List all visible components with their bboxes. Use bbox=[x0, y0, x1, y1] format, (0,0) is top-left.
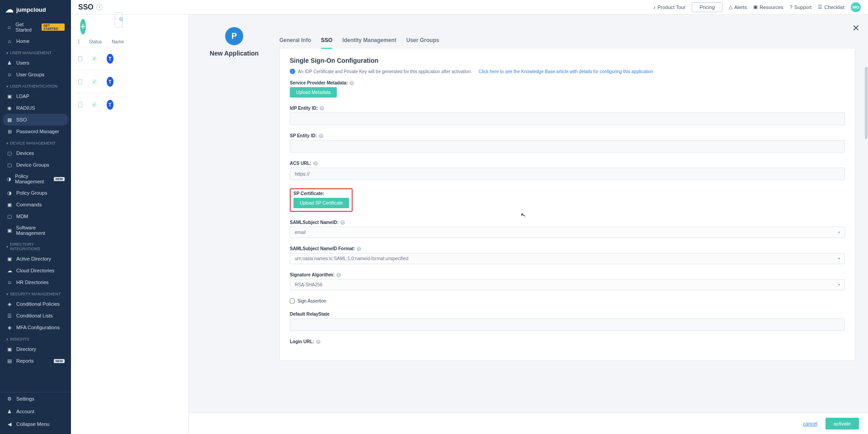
info-message: i An IDP Certificate and Private Key wil… bbox=[290, 69, 845, 74]
signature-algorithm-select[interactable]: RSA-SHA256 bbox=[290, 279, 845, 290]
nav-collapse-menu[interactable]: ◀Collapse Menu bbox=[0, 418, 71, 430]
nav-sso[interactable]: ▦SSO bbox=[3, 114, 68, 126]
section-user-management[interactable]: USER MANAGEMENT bbox=[0, 47, 71, 57]
sso-icon: ▦ bbox=[6, 117, 13, 123]
row-checkbox[interactable] bbox=[78, 102, 82, 107]
info-icon[interactable]: i bbox=[96, 4, 103, 10]
help-icon[interactable]: ? bbox=[316, 340, 321, 344]
relaystate-input[interactable] bbox=[290, 318, 845, 331]
label-sp-metadata: Service Provider Metadata:? bbox=[290, 80, 845, 85]
scrollbar[interactable] bbox=[865, 67, 868, 139]
nav-devices[interactable]: ▢Devices bbox=[0, 147, 71, 159]
ad-icon: ▣ bbox=[6, 256, 13, 262]
label-nameid-format: SAMLSubject NameID Format:? bbox=[290, 246, 845, 251]
checklist-link[interactable]: ☰Checklist bbox=[818, 4, 844, 10]
sign-assertion-checkbox[interactable]: Sign Assertion bbox=[290, 299, 845, 303]
help-icon[interactable]: ? bbox=[319, 134, 323, 138]
help-icon[interactable]: ? bbox=[349, 81, 354, 85]
nav-cloud-directories[interactable]: ☁Cloud Directories bbox=[0, 265, 71, 276]
badge-new-reports: NEW bbox=[54, 359, 65, 363]
nav-mfa-configurations[interactable]: ◈MFA Configurations bbox=[0, 322, 71, 333]
device-group-icon: ▢ bbox=[6, 162, 13, 168]
list-row[interactable]: ✓ T bbox=[75, 47, 116, 70]
ldap-icon: ▣ bbox=[6, 93, 13, 99]
brand-logo[interactable]: ☁ jumpcloud bbox=[0, 0, 71, 19]
key-icon: ⊞ bbox=[6, 128, 13, 135]
section-insights[interactable]: INSIGHTS bbox=[0, 333, 71, 343]
nav-conditional-lists[interactable]: ☰Conditional Lists bbox=[0, 310, 71, 322]
nav-reports[interactable]: ▤ReportsNEW bbox=[0, 355, 71, 367]
cancel-link[interactable]: cancel bbox=[803, 421, 817, 426]
terminal-icon: ▣ bbox=[6, 201, 13, 208]
help-icon[interactable]: ? bbox=[313, 161, 318, 166]
page-title: SSO i bbox=[78, 3, 103, 11]
activate-button[interactable]: activate bbox=[826, 418, 859, 429]
nav-commands[interactable]: ▣Commands bbox=[0, 199, 71, 210]
bell-icon: ♪ bbox=[653, 5, 656, 10]
nav-home[interactable]: ⌂Home bbox=[0, 35, 71, 47]
product-tour-link[interactable]: ♪Product Tour bbox=[653, 5, 686, 10]
nav-account[interactable]: ♟Account bbox=[0, 405, 71, 418]
help-icon[interactable]: ? bbox=[320, 106, 324, 111]
close-panel-button[interactable]: ✕ bbox=[852, 23, 860, 33]
idp-entity-id-input[interactable] bbox=[290, 112, 845, 125]
pricing-button[interactable]: Pricing bbox=[692, 2, 722, 12]
nav-users[interactable]: ♟Users bbox=[0, 57, 71, 69]
alerts-link[interactable]: △Alerts bbox=[729, 4, 747, 10]
nav-active-directory[interactable]: ▣Active Directory bbox=[0, 253, 71, 265]
search-input[interactable]: 🔍JC S bbox=[115, 12, 123, 28]
tab-sso[interactable]: SSO bbox=[321, 33, 332, 49]
sign-assertion-input[interactable] bbox=[290, 299, 295, 303]
nav-software-management[interactable]: ▣Software Management bbox=[0, 222, 71, 238]
row-checkbox[interactable] bbox=[78, 79, 82, 84]
nav-radius[interactable]: ◉RADIUS bbox=[0, 102, 71, 114]
nav-settings[interactable]: ⚙Settings bbox=[0, 392, 71, 405]
status-active-icon: ✓ bbox=[92, 79, 97, 85]
help-icon[interactable]: ? bbox=[340, 220, 345, 225]
upload-sp-certificate-button[interactable]: Upload SP Certificate bbox=[293, 198, 349, 208]
col-name: Name bbox=[112, 39, 124, 44]
select-all-checkbox[interactable] bbox=[78, 39, 79, 44]
dir-icon: ▣ bbox=[6, 346, 13, 352]
resources-link[interactable]: ▣Resources bbox=[753, 4, 783, 10]
nav-mdm[interactable]: ▢MDM bbox=[0, 210, 71, 222]
nav-ldap[interactable]: ▣LDAP bbox=[0, 90, 71, 102]
list-row[interactable]: ✓ T bbox=[75, 70, 116, 93]
nav-get-started[interactable]: ⌂Get StartedGET STARTED bbox=[0, 19, 71, 35]
tab-general-info[interactable]: General Info bbox=[279, 33, 311, 49]
tab-identity-management[interactable]: Identity Management bbox=[342, 33, 396, 49]
panel-footer: cancel activate bbox=[189, 413, 868, 434]
sp-entity-id-input[interactable] bbox=[290, 140, 845, 153]
add-app-button[interactable]: + bbox=[80, 19, 86, 34]
upload-metadata-button[interactable]: Upload Metadata bbox=[290, 87, 337, 98]
nav-conditional-policies[interactable]: ◈Conditional Policies bbox=[0, 298, 71, 310]
acs-url-input[interactable] bbox=[290, 168, 845, 180]
kb-article-link[interactable]: Click here to see the Knowledge Base art… bbox=[479, 69, 653, 74]
help-icon[interactable]: ? bbox=[357, 247, 361, 251]
mfa-icon: ◈ bbox=[6, 324, 13, 331]
nav-policy-management[interactable]: ◑Policy ManagementNEW bbox=[0, 171, 71, 187]
section-security-mgmt[interactable]: SECURITY MANAGEMENT bbox=[0, 288, 71, 298]
nav-directory[interactable]: ▣Directory bbox=[0, 343, 71, 355]
nav-user-groups[interactable]: ☺User Groups bbox=[0, 69, 71, 80]
list-row[interactable]: ✓ T bbox=[75, 93, 116, 116]
row-checkbox[interactable] bbox=[78, 56, 82, 61]
section-user-auth[interactable]: USER AUTHENTICATION bbox=[0, 80, 71, 90]
cloud-icon: ☁ bbox=[5, 5, 14, 14]
nameid-format-select[interactable]: urn:oasis:names:tc:SAML:1.0:nameid-forma… bbox=[290, 253, 845, 264]
help-icon[interactable]: ? bbox=[336, 273, 341, 277]
nav-hr-directories[interactable]: ☺HR Directories bbox=[0, 276, 71, 288]
status-active-icon: ✓ bbox=[92, 56, 97, 62]
tab-user-groups[interactable]: User Groups bbox=[406, 33, 439, 49]
alert-icon: △ bbox=[729, 4, 732, 10]
nav-password-manager[interactable]: ⊞Password Manager bbox=[0, 126, 71, 137]
policy-icon: ◑ bbox=[6, 176, 11, 182]
user-avatar[interactable]: MO bbox=[851, 2, 861, 12]
nav-device-groups[interactable]: ▢Device Groups bbox=[0, 159, 71, 171]
support-link[interactable]: ?Support bbox=[790, 5, 812, 10]
label-idp-entity-id: IdP Entity ID:? bbox=[290, 106, 845, 111]
section-directory-integrations[interactable]: DIRECTORY INTEGRATIONS bbox=[0, 238, 71, 253]
nav-policy-groups[interactable]: ◑Policy Groups bbox=[0, 187, 71, 199]
nameid-select[interactable]: email bbox=[290, 227, 845, 238]
section-device-mgmt[interactable]: DEVICE MANAGEMENT bbox=[0, 137, 71, 147]
